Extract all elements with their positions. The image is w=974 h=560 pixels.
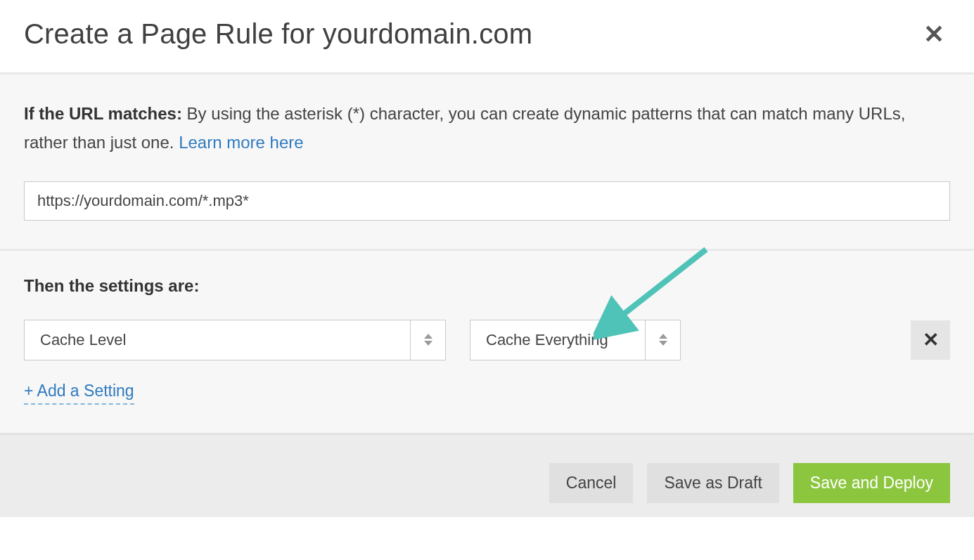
save-draft-button[interactable]: Save as Draft [647,463,778,503]
url-match-label-bold: If the URL matches: [24,104,182,123]
stepper-icon [645,320,680,360]
settings-section: Then the settings are: Cache Level Cache… [0,249,974,433]
modal-header: Create a Page Rule for yourdomain.com ✕ [0,0,974,72]
chevron-down-icon [424,341,432,346]
setting-type-value: Cache Level [25,320,410,360]
url-match-description: If the URL matches: By using the asteris… [24,100,950,157]
close-icon[interactable]: ✕ [918,19,950,50]
setting-row: Cache Level Cache Everything ✕ [24,320,950,360]
chevron-up-icon [659,334,667,339]
url-match-section: If the URL matches: By using the asteris… [0,74,974,249]
modal-footer: Cancel Save as Draft Save and Deploy [0,433,974,517]
modal-title: Create a Page Rule for yourdomain.com [24,18,532,50]
add-setting-link[interactable]: + Add a Setting [24,382,134,405]
learn-more-link[interactable]: Learn more here [179,133,303,152]
close-icon: ✕ [923,328,939,351]
setting-value-select[interactable]: Cache Everything [470,320,681,360]
settings-heading: Then the settings are: [24,276,950,296]
url-pattern-input[interactable] [24,181,950,221]
cancel-button[interactable]: Cancel [549,463,634,503]
chevron-down-icon [659,341,667,346]
remove-setting-button[interactable]: ✕ [911,320,950,360]
chevron-up-icon [424,334,432,339]
stepper-icon [410,320,445,360]
setting-type-select[interactable]: Cache Level [24,320,446,360]
setting-value-value: Cache Everything [470,320,645,360]
save-deploy-button[interactable]: Save and Deploy [793,463,950,503]
